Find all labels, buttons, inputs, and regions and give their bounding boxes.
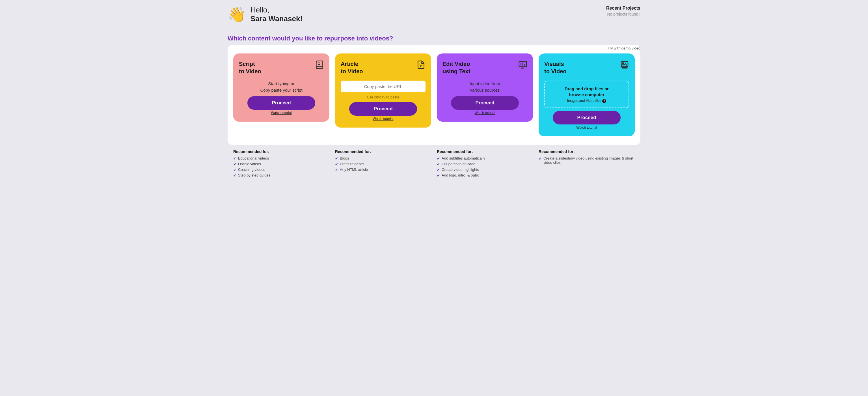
video-edit-icon <box>518 60 527 71</box>
svg-point-11 <box>623 63 624 64</box>
list-item: ✔Press releases <box>335 162 431 166</box>
list-item: ✔Any HTML article <box>335 167 431 172</box>
wave-emoji: 👋 <box>227 7 246 22</box>
card-title-script: Script to Video <box>239 60 261 75</box>
recommendations-section: Recommended for: ✔Educational videos ✔Li… <box>227 149 641 179</box>
card-script-to-video: Script to Video Start typing orCopy past… <box>233 54 330 122</box>
watch-tutorial-visuals[interactable]: Watch tutorial <box>577 126 597 129</box>
images-icon <box>620 60 629 71</box>
list-item: ✔Listicle videos <box>233 162 330 166</box>
card-title-article: Article to Video <box>341 60 363 75</box>
check-icon: ✔ <box>335 168 338 172</box>
card-visuals-to-video: Visuals to Video Drag and drop files orb… <box>538 54 635 136</box>
page-heading: Which content would you like to repurpos… <box>227 35 641 42</box>
card-header-visuals: Visuals to Video <box>544 60 629 75</box>
greeting-text: Hello, Sara Wanasek! <box>250 6 303 23</box>
rec-title-visuals: Recommended for: <box>538 149 635 154</box>
list-item: ✔Cut portions of video <box>437 162 533 166</box>
list-item: ✔Blogs <box>335 156 431 161</box>
check-icon: ✔ <box>437 173 440 178</box>
list-item: ✔Educational videos <box>233 156 330 161</box>
script-description: Start typing orCopy paste your script <box>260 81 302 93</box>
drag-drop-main-text: Drag and drop files orbrowse computer <box>548 86 625 98</box>
list-item: ✔Add logo, intro, & outro <box>437 173 533 178</box>
check-icon: ✔ <box>233 156 236 161</box>
header: 👋 Hello, Sara Wanasek! Recent Projects N… <box>227 6 641 28</box>
help-icon[interactable]: ? <box>602 99 606 103</box>
rec-column-visuals: Recommended for: ✔Create a slideshow vid… <box>538 149 635 179</box>
rec-column-article: Recommended for: ✔Blogs ✔Press releases … <box>335 149 431 179</box>
check-icon: ✔ <box>538 156 542 161</box>
recent-projects-title: Recent Projects <box>606 6 641 11</box>
greeting-name: Sara Wanasek! <box>250 14 303 23</box>
greeting-hello: Hello, <box>250 6 303 14</box>
card-body-visuals: Drag and drop files orbrowse computer Im… <box>544 81 629 108</box>
card-edit-video-text: Edit Video using Text Input video fromva… <box>437 54 533 122</box>
drag-drop-box[interactable]: Drag and drop files orbrowse computer Im… <box>544 81 629 108</box>
check-icon: ✔ <box>335 156 338 161</box>
check-icon: ✔ <box>437 156 440 161</box>
rec-column-script: Recommended for: ✔Educational videos ✔Li… <box>233 149 330 179</box>
rec-list-article: ✔Blogs ✔Press releases ✔Any HTML article <box>335 156 431 172</box>
demo-video-link[interactable]: Try with demo video <box>608 46 641 51</box>
demo-link-area: Try with demo video <box>227 45 641 51</box>
rec-title-article: Recommended for: <box>335 149 431 154</box>
paste-hint: Use cmd+v to paste <box>367 95 399 99</box>
list-item: ✔Step by step guides <box>233 173 330 178</box>
book-icon <box>315 60 324 71</box>
list-item: ✔Create video highlights <box>437 167 533 172</box>
rec-column-edit: Recommended for: ✔Add subtitles automati… <box>437 149 533 179</box>
card-title-visuals: Visuals to Video <box>544 60 567 75</box>
list-item: ✔Create a slideshow video using existing… <box>538 156 635 164</box>
watch-tutorial-article[interactable]: Watch tutorial <box>373 117 394 121</box>
list-item: ✔Coaching videos <box>233 167 330 172</box>
card-body-edit: Input video fromvarious sources <box>442 81 527 93</box>
proceed-button-article[interactable]: Proceed <box>349 102 417 116</box>
proceed-button-script[interactable]: Proceed <box>247 96 315 110</box>
rec-list-script: ✔Educational videos ✔Listicle videos ✔Co… <box>233 156 330 178</box>
proceed-button-visuals[interactable]: Proceed <box>553 111 621 124</box>
drag-drop-sub-text: Images and Video files ? <box>548 99 625 103</box>
check-icon: ✔ <box>233 168 236 172</box>
document-icon <box>416 60 426 71</box>
rec-list-visuals: ✔Create a slideshow video using existing… <box>538 156 635 164</box>
rec-title-edit: Recommended for: <box>437 149 533 154</box>
proceed-button-edit[interactable]: Proceed <box>451 96 519 110</box>
card-header-script: Script to Video <box>239 60 324 75</box>
check-icon: ✔ <box>437 162 440 166</box>
recent-projects-empty: No projects found ! <box>606 12 641 17</box>
check-icon: ✔ <box>233 162 236 166</box>
card-body-article: Use cmd+v to paste <box>341 81 426 99</box>
card-body-script: Start typing orCopy paste your script <box>239 81 324 93</box>
greeting-section: 👋 Hello, Sara Wanasek! <box>227 6 303 23</box>
check-icon: ✔ <box>437 168 440 172</box>
edit-description: Input video fromvarious sources <box>470 81 500 93</box>
list-item: ✔Add subtitles automatically <box>437 156 533 161</box>
rec-list-edit: ✔Add subtitles automatically ✔Cut portio… <box>437 156 533 178</box>
rec-title-script: Recommended for: <box>233 149 330 154</box>
card-article-to-video: Article to Video Use cmd+v to paste Proc… <box>335 54 431 128</box>
card-header-article: Article to Video <box>341 60 426 75</box>
svg-rect-12 <box>622 67 627 68</box>
card-header-edit: Edit Video using Text <box>442 60 527 75</box>
url-input[interactable] <box>341 81 426 92</box>
cards-container: Script to Video Start typing orCopy past… <box>227 45 641 145</box>
check-icon: ✔ <box>233 173 236 178</box>
watch-tutorial-edit[interactable]: Watch tutorial <box>475 111 495 115</box>
recent-projects-section: Recent Projects No projects found ! <box>606 6 641 17</box>
card-title-edit: Edit Video using Text <box>442 60 470 75</box>
check-icon: ✔ <box>335 162 338 166</box>
watch-tutorial-script[interactable]: Watch tutorial <box>271 111 292 115</box>
